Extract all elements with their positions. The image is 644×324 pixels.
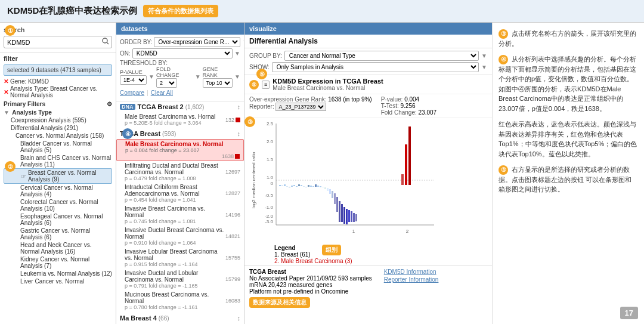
svg-rect-48 xyxy=(401,174,404,185)
compare-button[interactable]: Compare xyxy=(120,90,144,96)
svg-text:2.5: 2.5 xyxy=(267,121,274,126)
page-number: 17 xyxy=(620,307,638,319)
tree-gastric[interactable]: Gastric Cancer vs. Normal Analysis (6) xyxy=(4,227,112,241)
p-value-select[interactable]: 1E-4 xyxy=(120,75,147,85)
search-input[interactable] xyxy=(4,37,100,48)
svg-rect-47 xyxy=(355,214,357,221)
filter-section: filter selected 9 datasets (4713 samples… xyxy=(0,53,116,288)
svg-line-1 xyxy=(107,42,109,44)
search-input-wrapper[interactable] xyxy=(4,36,112,48)
chart-stats: Over-expression Gene Rank: 1638 (in top … xyxy=(244,94,492,118)
chart-toggle-button[interactable]: ≡ xyxy=(262,81,270,89)
svg-rect-40 xyxy=(339,201,340,222)
bubble-annotation-datasets: 符合条件的数据集列表 xyxy=(143,5,218,17)
primary-filters-title: Primary Filters ⚙ xyxy=(4,101,112,107)
tree-colorectal[interactable]: Colorectal Cancer vs. Normal Analysis (1… xyxy=(4,198,112,212)
dataset-group-tcga-breast: TCGA Breast (593) ↕ Male Breast Carcinom… xyxy=(116,128,244,311)
invasive-ductal-lobular-item[interactable]: Invasive Ductal and Lobular Carcinoma vs… xyxy=(116,269,244,290)
footer-info: TCGA Breast No Associated Paper 2011/09/… xyxy=(244,266,492,297)
invasive-breast-item[interactable]: Invasive Breast Carcinoma vs. Normal p =… xyxy=(116,204,244,226)
svg-rect-35 xyxy=(327,188,329,191)
tree-cancer-normal[interactable]: Cancer vs. Normal Analysis (158) xyxy=(4,132,112,140)
t-test-label: T-Test: xyxy=(381,103,399,109)
primary-filters-icon[interactable]: ⚙ xyxy=(107,101,112,107)
analysis-filter-label: Analysis Type: Breast Cancer vs. Normal … xyxy=(10,85,112,98)
tcga-sort-icon[interactable]: ↕ xyxy=(237,130,241,137)
highlighted-bar xyxy=(235,154,240,159)
chart-subtitle: Male Breast Carcinoma vs. Normal xyxy=(273,85,383,91)
search-button[interactable] xyxy=(100,36,112,48)
tree-breast-highlighted[interactable]: ☞ Breast Cancer vs. Normal Analysis (9) xyxy=(4,168,112,184)
analysis-title: Differential Analysis xyxy=(249,37,487,45)
remove-analysis-filter-icon[interactable]: ✕ xyxy=(4,89,8,95)
infiltrating-ductal-item[interactable]: Infiltrating Ductal and Ductal Breast Ca… xyxy=(116,161,244,183)
male-breast-carcinoma-item-1[interactable]: Male Breast Carcinoma vs. Hornal p = 5.2… xyxy=(116,112,244,127)
annotation-5-text: 右方显示的是所选择的研究或者分析的数据。点击图表标题左边的按钮 可以在条形图和箱… xyxy=(499,166,631,193)
svg-text:0: 0 xyxy=(271,181,274,186)
reporter-label: Reporter: xyxy=(249,103,274,110)
intraductal-item[interactable]: Intraductal Cribiform Breast Adenocarcin… xyxy=(116,183,244,204)
male-breast-carcinoma-highlighted[interactable]: Male Breast Carcinoma vs. Normal p = 0.0… xyxy=(116,139,244,161)
annotation-color: 红色表示高表达，蓝色表示低表达。颜色深浅与基因表达差异排序有关，红色饱和色块代表… xyxy=(499,119,638,159)
svg-rect-36 xyxy=(329,189,331,194)
svg-rect-24 xyxy=(301,185,302,186)
reporter-select[interactable]: A_23_P137239 xyxy=(275,103,326,111)
tree-kidney[interactable]: Kidney Cancer vs. Normal Analysis (7) xyxy=(4,255,112,270)
tree-head-neck[interactable]: Head and Neck Cancer vs. Normal Analysis… xyxy=(4,241,112,255)
dataset-tcga-breast-2-header[interactable]: DNA TCGA Breast 2 (1,602) ↕ xyxy=(116,101,244,112)
red-bar-indicator xyxy=(236,118,240,122)
svg-rect-41 xyxy=(341,204,343,222)
group-by-select[interactable]: Cancer and Normal Type xyxy=(284,51,479,61)
kdm5d-info-link[interactable]: KDM5D Information xyxy=(384,269,439,275)
circle-3: ③ xyxy=(499,29,508,39)
page-title: KDM5D在乳腺癌中表达检索示例 xyxy=(7,5,137,17)
svg-point-0 xyxy=(103,38,107,43)
dataset-tcga-breast-header[interactable]: TCGA Breast (593) ↕ xyxy=(116,128,244,139)
tree-differential[interactable]: Differential Analysis (291) xyxy=(4,124,112,132)
analysis-type-header[interactable]: ▼ Analysis Type xyxy=(4,109,112,116)
order-by-select[interactable]: Over-expression Gene R... xyxy=(154,37,240,47)
svg-rect-27 xyxy=(308,185,309,187)
annotation-3: ③ 点击研究名称右方的箭头，展开该研究里的分析。 xyxy=(499,29,638,48)
svg-rect-49 xyxy=(405,144,407,185)
svg-rect-26 xyxy=(305,187,307,187)
on-select[interactable]: KDM5D xyxy=(132,48,233,58)
svg-text:1: 1 xyxy=(352,229,355,234)
reporter-info-link[interactable]: Reporter Information xyxy=(384,276,439,283)
ma-breast-header[interactable]: Ma Breast 4 (66) ↕ xyxy=(116,313,244,323)
annotation-5: ⑤ 右方显示的是所选择的研究或者分析的数据。点击图表标题左边的按钮 可以在条形图… xyxy=(499,165,638,195)
clear-all-button[interactable]: Clear All xyxy=(151,90,173,96)
tree-coexpression[interactable]: Coexpression Analysis (595) xyxy=(4,116,112,124)
title-bar: KDM5D在乳腺癌中表达检索示例 符合条件的数据集列表 xyxy=(0,0,644,23)
gene-rank-select[interactable]: Top 10% xyxy=(203,78,233,88)
tree-liver[interactable]: Liver Cancer vs. Normal xyxy=(4,277,112,285)
filter-tag-gene: ✕ Gene: KDM5D xyxy=(4,78,112,85)
svg-rect-29 xyxy=(312,186,314,187)
visualize-panel: visualize Differential Analysis GROUP BY… xyxy=(244,23,492,324)
mucinous-item[interactable]: Mucinous Breast Carcinoma vs. Normal p =… xyxy=(116,290,244,311)
tree-bladder[interactable]: Bladder Cancer vs. Normal Analysis (5) xyxy=(4,140,112,154)
legend-item-2: 2. Male Breast Carcinoma (3) xyxy=(274,258,462,264)
invasive-ductal-item[interactable]: Invasive Ductal Breast Carcinoma vs. Nor… xyxy=(116,226,244,247)
svg-rect-22 xyxy=(296,186,298,187)
filter-tag-analysis: ✕ Analysis Type: Breast Cancer vs. Norma… xyxy=(4,85,112,98)
tree-brain[interactable]: Brain and CHS Cancer vs. Normal Analysis… xyxy=(4,154,112,168)
p-val-label: P-value: xyxy=(381,96,403,103)
tree-esophageal[interactable]: Esophageal Cancer vs. Normal Analysis (6… xyxy=(4,212,112,227)
fold-change-select[interactable]: 2 xyxy=(156,78,177,88)
invasive-lobular-item[interactable]: Invasive Lobular Breast Carcinoma vs. No… xyxy=(116,247,244,269)
remove-gene-filter-icon[interactable]: ✕ xyxy=(4,78,8,85)
t-test-val: 9.256 xyxy=(400,103,415,109)
show-select[interactable]: Only Samples in Analysis xyxy=(272,62,479,72)
sort-icon[interactable]: ↕ xyxy=(237,103,241,110)
svg-rect-34 xyxy=(324,187,326,189)
fold-change-stat-label: Fold Change: xyxy=(381,109,417,116)
circle-5-overlay: ⑤ xyxy=(256,69,267,79)
svg-text:-0.5: -0.5 xyxy=(265,193,273,198)
search-label: search xyxy=(4,26,112,33)
visualize-header: visualize xyxy=(244,23,492,35)
tree-cervical[interactable]: Cervical Cancer vs. Normal Analysis (4) xyxy=(4,184,112,198)
tree-leukemia[interactable]: Leukemia vs. Normal Analysis (12) xyxy=(4,270,112,277)
circle-5: ⑤ xyxy=(499,165,508,175)
p-val-val: 0.004 xyxy=(404,96,419,103)
